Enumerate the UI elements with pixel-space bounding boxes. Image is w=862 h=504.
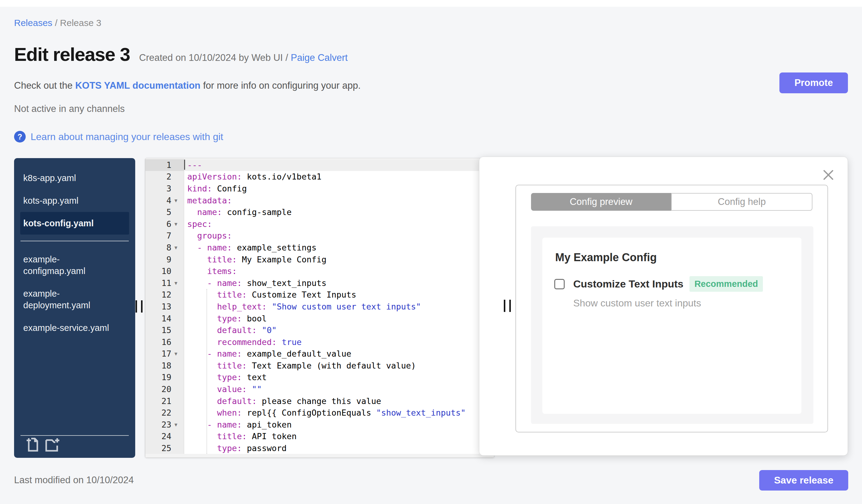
- code-text: groups:: [184, 231, 232, 240]
- config-group-title: My Example Config: [555, 251, 657, 264]
- code-line: 9 title: My Example Config: [145, 253, 494, 265]
- gutter-cell: 11▾: [145, 277, 184, 289]
- code-line: 21 default: please change this value: [145, 395, 494, 407]
- gutter-cell: 7: [145, 230, 184, 242]
- line-number: 5: [145, 207, 171, 217]
- gutter-cell: 1: [145, 159, 184, 171]
- fold-arrow-icon[interactable]: ▾: [171, 422, 184, 427]
- config-tab-card: Config preview Config help My Example Co…: [515, 185, 828, 433]
- breadcrumb: Releases / Release 3: [14, 18, 101, 28]
- line-number: 13: [145, 302, 171, 311]
- file-item-example-deployment-yaml[interactable]: example-deployment.yaml: [20, 282, 129, 317]
- created-text: Created on 10/10/2024 by Web UI /: [139, 52, 291, 63]
- gutter-cell: 9: [145, 253, 184, 265]
- yaml-editor[interactable]: 1---2apiVersion: kots.io/v1beta13kind: C…: [145, 158, 494, 458]
- gutter-cell: 5: [145, 206, 184, 218]
- gutter-cell: 17▾: [145, 348, 184, 360]
- gutter-cell: 4▾: [145, 195, 184, 207]
- code-line: 22 when: repl{{ ConfigOptionEquals "show…: [145, 407, 494, 419]
- code-text: title: My Example Config: [184, 255, 326, 264]
- code-text: type: text: [184, 372, 267, 382]
- code-line: 25 type: password: [145, 442, 494, 454]
- fold-arrow-icon[interactable]: ▾: [171, 351, 184, 357]
- code-line: 3kind: Config: [145, 183, 494, 195]
- code-text: - name: show_text_inputs: [184, 278, 326, 288]
- code-line: 4▾metadata:: [145, 195, 494, 207]
- gutter-cell: 23▾: [145, 419, 184, 430]
- code-text: ---: [184, 160, 202, 170]
- gutter-cell: 8▾: [145, 242, 184, 253]
- code-text: default: "0": [184, 326, 277, 335]
- code-text: - name: example_default_value: [184, 349, 351, 358]
- tab-config-help[interactable]: Config help: [671, 193, 812, 211]
- close-icon[interactable]: [823, 169, 834, 181]
- customize-text-inputs-checkbox[interactable]: [554, 279, 565, 289]
- channel-status: Not active in any channels: [14, 103, 125, 115]
- line-number: 18: [145, 361, 171, 370]
- config-item-help-text: Show custom user text inputs: [573, 297, 701, 309]
- code-line: 8▾ - name: example_settings: [145, 242, 494, 253]
- promote-button[interactable]: Promote: [780, 72, 848, 93]
- code-text: kind: Config: [184, 184, 247, 193]
- code-line: 14 type: bool: [145, 313, 494, 324]
- breadcrumb-separator: /: [52, 18, 60, 28]
- code-line: 16 recommended: true: [145, 336, 494, 348]
- new-folder-icon[interactable]: [45, 437, 61, 453]
- gutter-cell: 14: [145, 313, 184, 324]
- tab-config-preview[interactable]: Config preview: [531, 193, 671, 211]
- code-line: 7 groups:: [145, 230, 494, 242]
- code-line: 6▾spec:: [145, 218, 494, 230]
- fold-arrow-icon[interactable]: ▾: [171, 280, 184, 286]
- line-number: 6: [145, 219, 171, 229]
- line-number: 14: [145, 314, 171, 323]
- code-text: name: config-sample: [184, 207, 291, 217]
- new-file-icon[interactable]: [26, 437, 40, 453]
- sidebar-bottom-divider: [21, 435, 129, 436]
- breadcrumb-current: Release 3: [60, 18, 101, 28]
- file-item-k8s-app-yaml[interactable]: k8s-app.yaml: [20, 167, 129, 189]
- line-number: 3: [145, 184, 171, 193]
- question-mark-icon[interactable]: ?: [14, 131, 26, 143]
- save-release-button[interactable]: Save release: [759, 470, 848, 491]
- fold-arrow-icon[interactable]: ▾: [171, 198, 184, 203]
- file-group-divider: [21, 241, 129, 241]
- config-tabs: Config preview Config help: [531, 193, 812, 211]
- sidebar-editor-resize-handle[interactable]: [135, 300, 144, 313]
- gutter-cell: 12: [145, 289, 184, 301]
- code-line: 20 value: "": [145, 383, 494, 395]
- code-text: title: Text Example (with default value): [184, 361, 416, 370]
- gutter-cell: 20: [145, 383, 184, 395]
- gutter-cell: 10: [145, 265, 184, 277]
- indent-guide: [207, 289, 207, 454]
- gutter-cell: 19: [145, 372, 184, 384]
- code-line: 12 title: Customize Text Inputs: [145, 289, 494, 301]
- line-number: 11: [145, 278, 171, 288]
- code-line: 2apiVersion: kots.io/v1beta1: [145, 171, 494, 183]
- file-item-kots-app-yaml[interactable]: kots-app.yaml: [20, 189, 129, 212]
- breadcrumb-releases-link[interactable]: Releases: [14, 18, 52, 28]
- code-text: default: please change this value: [184, 396, 381, 406]
- editor-preview-resize-handle[interactable]: [504, 300, 512, 312]
- config-item-label: Customize Text Inputs: [573, 278, 683, 290]
- code-text: apiVersion: kots.io/v1beta1: [184, 172, 322, 181]
- code-text: type: bool: [184, 314, 267, 323]
- line-number: 10: [145, 266, 171, 276]
- gutter-cell: 6▾: [145, 218, 184, 230]
- editor-horizontal-scrollbar[interactable]: [145, 454, 494, 457]
- doc-info-row: Check out the KOTS YAML documentation fo…: [14, 80, 361, 91]
- line-number: 9: [145, 255, 171, 264]
- fold-arrow-icon[interactable]: ▾: [171, 221, 184, 227]
- code-line: 18 title: Text Example (with default val…: [145, 360, 494, 372]
- doc-text-suffix: for more info on configuring your app.: [200, 80, 361, 91]
- code-line: 1---: [145, 159, 494, 171]
- fold-arrow-icon[interactable]: ▾: [171, 245, 184, 251]
- file-item-kots-config-yaml[interactable]: kots-config.yaml: [20, 212, 129, 235]
- created-author-link[interactable]: Paige Calvert: [291, 52, 348, 63]
- file-item-example-service-yaml[interactable]: example-service.yaml: [20, 317, 129, 339]
- line-number: 23: [145, 420, 171, 429]
- code-line: 17▾ - name: example_default_value: [145, 348, 494, 360]
- kots-yaml-doc-link[interactable]: KOTS YAML documentation: [75, 80, 200, 91]
- gutter-cell: 3: [145, 183, 184, 195]
- file-item-example-configmap-yaml[interactable]: example-configmap.yaml: [20, 248, 129, 282]
- git-releases-link[interactable]: Learn about managing your releases with …: [30, 131, 223, 143]
